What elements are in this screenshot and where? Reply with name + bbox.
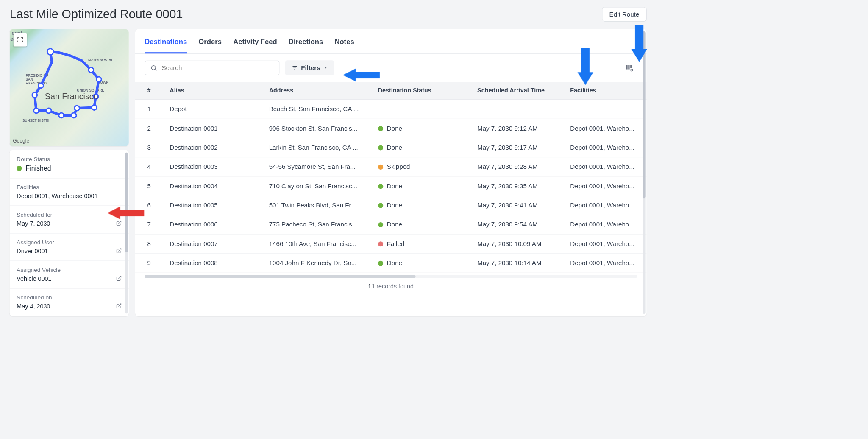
svg-point-8 [92, 105, 97, 110]
svg-point-5 [59, 113, 64, 118]
edit-route-button[interactable]: Edit Route [602, 7, 646, 22]
columns-settings-button[interactable] [626, 64, 634, 72]
cell-status: Done [376, 254, 475, 273]
cell-address: 710 Clayton St, San Francisc... [267, 177, 376, 196]
search-input[interactable] [161, 64, 274, 71]
cell-status: Failed [376, 235, 475, 254]
tab-directions[interactable]: Directions [289, 37, 323, 53]
table-row[interactable]: 9Destination 00081004 John F Kennedy Dr,… [135, 254, 647, 273]
filter-icon [292, 64, 298, 71]
tab-destinations[interactable]: Destinations [145, 37, 187, 53]
svg-rect-19 [630, 65, 632, 68]
scheduled-on-value: May 4, 2030 [17, 303, 52, 310]
svg-point-4 [46, 108, 51, 113]
svg-marker-23 [577, 48, 593, 85]
table-row[interactable]: 1DepotBeach St, San Francisco, CA ... [135, 100, 647, 119]
table-row[interactable]: 5Destination 0004710 Clayton St, San Fra… [135, 177, 647, 196]
cell-address: 54-56 Sycamore St, San Fra... [267, 157, 376, 176]
status-dot-icon [378, 184, 383, 189]
tab-activity-feed[interactable]: Activity Feed [233, 37, 277, 53]
cell-status: Done [376, 119, 475, 138]
tab-notes[interactable]: Notes [334, 37, 354, 53]
table-hscroll-track[interactable] [145, 275, 637, 278]
search-box[interactable] [145, 61, 279, 75]
column-header-time[interactable]: Scheduled Arrival Time [475, 82, 568, 100]
cell-status: Done [376, 196, 475, 215]
status-dot-icon [378, 126, 383, 131]
cell-alias: Destination 0007 [167, 235, 266, 254]
cell-time: May 7, 2030 9:12 AM [475, 119, 568, 138]
cell-alias: Depot [167, 100, 266, 119]
table-hscroll-thumb[interactable] [145, 275, 415, 278]
table-row[interactable]: 7Destination 0006775 Pacheco St, San Fra… [135, 215, 647, 234]
table-row[interactable]: 8Destination 00071466 10th Ave, San Fran… [135, 235, 647, 254]
route-map[interactable]: ional ea MAN'S WHARF PRESIDIO OF SAN FRA… [10, 29, 129, 146]
column-header-num[interactable]: # [145, 82, 167, 100]
cell-facilities: Depot 0001, Wareho... [568, 235, 637, 254]
cell-facilities: Depot 0001, Wareho... [568, 138, 637, 157]
cell-alias: Destination 0004 [167, 177, 266, 196]
cell-alias: Destination 0001 [167, 119, 266, 138]
sidebar-scrollbar-thumb[interactable] [125, 153, 128, 252]
scheduled-on-label: Scheduled on [17, 294, 52, 301]
cell-facilities: Depot 0001, Wareho... [568, 157, 637, 176]
cell-alias: Destination 0008 [167, 254, 266, 273]
scheduled-for-label: Scheduled for [17, 212, 52, 218]
external-link-icon[interactable] [116, 275, 122, 282]
svg-point-3 [34, 108, 39, 113]
table-row[interactable]: 6Destination 0005501 Twin Peaks Blvd, Sa… [135, 196, 647, 215]
cell-num: 5 [145, 177, 167, 196]
column-header-status[interactable]: Destination Status [376, 82, 475, 100]
search-icon [150, 64, 157, 72]
table-row[interactable]: 3Destination 0002Larkin St, San Francisc… [135, 138, 647, 157]
cell-status: Done [376, 138, 475, 157]
svg-point-7 [75, 106, 80, 111]
tab-orders[interactable]: Orders [198, 37, 222, 53]
cell-facilities: Depot 0001, Wareho... [568, 119, 637, 138]
assigned-vehicle-value: Vehicle 0001 [17, 275, 61, 282]
assigned-vehicle-label: Assigned Vehicle [17, 267, 61, 274]
facilities-label: Facilities [17, 184, 122, 191]
cell-num: 9 [145, 254, 167, 273]
filters-label: Filters [301, 64, 320, 71]
annotation-arrow-columns-button [628, 25, 651, 64]
map-fullscreen-button[interactable] [14, 33, 27, 47]
table-row[interactable]: 2Destination 0001906 Stockton St, San Fr… [135, 119, 647, 138]
cell-address: 906 Stockton St, San Francis... [267, 119, 376, 138]
annotation-arrow-sidebar-facilities [107, 203, 146, 222]
svg-marker-22 [343, 69, 380, 81]
svg-point-11 [89, 67, 94, 73]
table-row[interactable]: 4Destination 000354-56 Sycamore St, San … [135, 157, 647, 176]
route-status-label: Route Status [17, 156, 122, 162]
cell-num: 6 [145, 196, 167, 215]
status-dot-icon [378, 145, 383, 150]
cell-time: May 7, 2030 9:41 AM [475, 196, 568, 215]
cell-status: Done [376, 215, 475, 234]
column-header-address[interactable]: Address [267, 82, 376, 100]
cell-time: May 7, 2030 9:17 AM [475, 138, 568, 157]
cell-address: Larkin St, San Francisco, CA ... [267, 138, 376, 157]
svg-rect-17 [626, 65, 627, 69]
cell-address: Beach St, San Francisco, CA ... [267, 100, 376, 119]
external-link-icon[interactable] [116, 303, 122, 310]
chevron-down-icon [323, 66, 327, 70]
cell-alias: Destination 0003 [167, 157, 266, 176]
filters-button[interactable]: Filters [285, 60, 334, 75]
cell-time: May 7, 2030 9:28 AM [475, 157, 568, 176]
cell-address: 1466 10th Ave, San Francisc... [267, 235, 376, 254]
record-count: 11 [368, 283, 375, 290]
annotation-arrow-facilities-column [574, 48, 597, 87]
assigned-user-value: Driver 0001 [17, 248, 54, 255]
assigned-user-label: Assigned User [17, 239, 54, 246]
route-info-card: Route Status Finished Facilities Depot 0… [10, 150, 129, 316]
status-dot-icon [378, 260, 383, 266]
svg-line-13 [155, 69, 156, 70]
cell-facilities [568, 100, 637, 119]
column-header-alias[interactable]: Alias [167, 82, 266, 100]
external-link-icon[interactable] [116, 248, 122, 255]
cell-address: 501 Twin Peaks Blvd, San Fr... [267, 196, 376, 215]
cell-time [475, 100, 568, 119]
map-city-label: San Francisco [45, 92, 98, 101]
svg-point-10 [96, 77, 101, 82]
scheduled-for-value: May 7, 2030 [17, 220, 52, 227]
